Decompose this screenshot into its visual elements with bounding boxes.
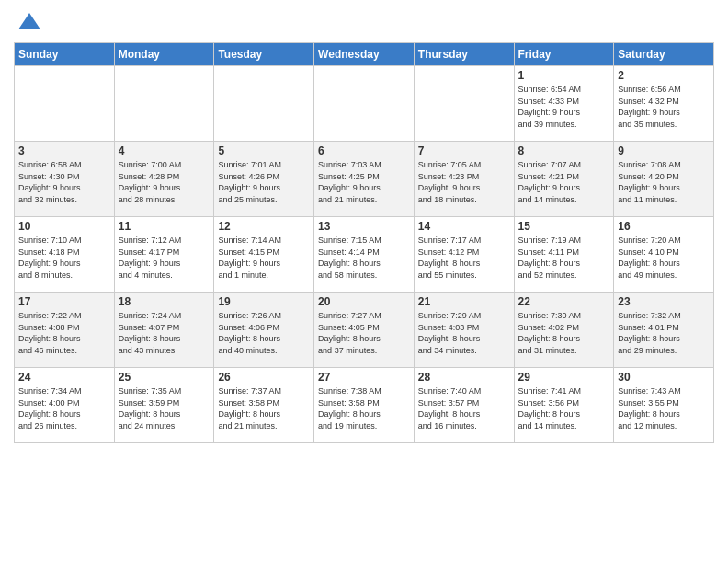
calendar-cell: 9Sunrise: 7:08 AM Sunset: 4:20 PM Daylig… — [614, 142, 714, 217]
calendar-header-monday: Monday — [114, 43, 214, 66]
calendar-cell — [414, 66, 514, 142]
day-info: Sunrise: 7:38 AM Sunset: 3:58 PM Dayligh… — [318, 385, 410, 431]
calendar-cell: 2Sunrise: 6:56 AM Sunset: 4:32 PM Daylig… — [614, 66, 714, 142]
calendar-cell: 12Sunrise: 7:14 AM Sunset: 4:15 PM Dayli… — [214, 217, 314, 293]
day-info: Sunrise: 7:00 AM Sunset: 4:28 PM Dayligh… — [119, 159, 210, 205]
day-number: 16 — [618, 220, 710, 233]
day-number: 25 — [119, 371, 210, 384]
calendar-cell — [314, 66, 415, 142]
calendar-cell: 10Sunrise: 7:10 AM Sunset: 4:18 PM Dayli… — [15, 217, 115, 293]
calendar-cell: 4Sunrise: 7:00 AM Sunset: 4:28 PM Daylig… — [114, 142, 214, 217]
calendar-cell — [114, 66, 214, 142]
day-info: Sunrise: 6:54 AM Sunset: 4:33 PM Dayligh… — [518, 84, 610, 130]
day-number: 27 — [318, 371, 410, 384]
calendar-cell: 30Sunrise: 7:43 AM Sunset: 3:55 PM Dayli… — [614, 368, 714, 443]
day-number: 22 — [518, 295, 610, 308]
calendar-cell — [214, 66, 314, 142]
day-info: Sunrise: 7:41 AM Sunset: 3:56 PM Dayligh… — [518, 385, 610, 431]
calendar-header-tuesday: Tuesday — [214, 43, 314, 66]
calendar-cell: 19Sunrise: 7:26 AM Sunset: 4:06 PM Dayli… — [214, 293, 314, 368]
day-info: Sunrise: 7:26 AM Sunset: 4:06 PM Dayligh… — [218, 310, 310, 356]
day-info: Sunrise: 7:27 AM Sunset: 4:05 PM Dayligh… — [318, 310, 410, 356]
day-info: Sunrise: 7:43 AM Sunset: 3:55 PM Dayligh… — [618, 385, 710, 431]
calendar-header-row: SundayMondayTuesdayWednesdayThursdayFrid… — [15, 43, 714, 66]
day-number: 23 — [618, 295, 710, 308]
day-number: 18 — [119, 295, 210, 308]
calendar-cell: 22Sunrise: 7:30 AM Sunset: 4:02 PM Dayli… — [514, 293, 614, 368]
day-info: Sunrise: 7:24 AM Sunset: 4:07 PM Dayligh… — [119, 310, 210, 356]
calendar-week-3: 10Sunrise: 7:10 AM Sunset: 4:18 PM Dayli… — [15, 217, 714, 293]
calendar-cell: 27Sunrise: 7:38 AM Sunset: 3:58 PM Dayli… — [314, 368, 415, 443]
day-number: 19 — [218, 295, 310, 308]
logo-icon — [17, 9, 42, 35]
day-info: Sunrise: 7:35 AM Sunset: 3:59 PM Dayligh… — [119, 385, 210, 431]
calendar-cell: 24Sunrise: 7:34 AM Sunset: 4:00 PM Dayli… — [15, 368, 115, 443]
day-info: Sunrise: 7:19 AM Sunset: 4:11 PM Dayligh… — [518, 235, 610, 281]
calendar-cell: 13Sunrise: 7:15 AM Sunset: 4:14 PM Dayli… — [314, 217, 415, 293]
day-info: Sunrise: 7:05 AM Sunset: 4:23 PM Dayligh… — [418, 159, 510, 205]
calendar-cell: 15Sunrise: 7:19 AM Sunset: 4:11 PM Dayli… — [514, 217, 614, 293]
day-info: Sunrise: 7:34 AM Sunset: 4:00 PM Dayligh… — [18, 385, 110, 431]
calendar-cell: 1Sunrise: 6:54 AM Sunset: 4:33 PM Daylig… — [514, 66, 614, 142]
day-info: Sunrise: 7:14 AM Sunset: 4:15 PM Dayligh… — [218, 235, 310, 281]
calendar-cell: 16Sunrise: 7:20 AM Sunset: 4:10 PM Dayli… — [614, 217, 714, 293]
day-info: Sunrise: 7:37 AM Sunset: 3:58 PM Dayligh… — [218, 385, 310, 431]
day-info: Sunrise: 7:03 AM Sunset: 4:25 PM Dayligh… — [318, 159, 410, 205]
day-number: 11 — [119, 220, 210, 233]
calendar-cell: 17Sunrise: 7:22 AM Sunset: 4:08 PM Dayli… — [15, 293, 115, 368]
day-number: 15 — [518, 220, 610, 233]
calendar-cell: 5Sunrise: 7:01 AM Sunset: 4:26 PM Daylig… — [214, 142, 314, 217]
day-number: 12 — [218, 220, 310, 233]
calendar-table: SundayMondayTuesdayWednesdayThursdayFrid… — [14, 42, 714, 443]
day-number: 3 — [18, 144, 110, 157]
logo — [14, 9, 42, 35]
calendar-header-friday: Friday — [514, 43, 614, 66]
day-info: Sunrise: 7:29 AM Sunset: 4:03 PM Dayligh… — [418, 310, 510, 356]
day-number: 7 — [418, 144, 510, 157]
calendar-cell — [15, 66, 115, 142]
day-info: Sunrise: 7:32 AM Sunset: 4:01 PM Dayligh… — [618, 310, 710, 356]
day-number: 30 — [618, 371, 710, 384]
day-info: Sunrise: 7:40 AM Sunset: 3:57 PM Dayligh… — [418, 385, 510, 431]
day-info: Sunrise: 7:15 AM Sunset: 4:14 PM Dayligh… — [318, 235, 410, 281]
day-number: 28 — [418, 371, 510, 384]
header — [14, 9, 714, 35]
calendar-body: 1Sunrise: 6:54 AM Sunset: 4:33 PM Daylig… — [15, 66, 714, 443]
calendar-cell: 3Sunrise: 6:58 AM Sunset: 4:30 PM Daylig… — [15, 142, 115, 217]
calendar-cell: 7Sunrise: 7:05 AM Sunset: 4:23 PM Daylig… — [414, 142, 514, 217]
day-info: Sunrise: 7:12 AM Sunset: 4:17 PM Dayligh… — [119, 235, 210, 281]
calendar-header-thursday: Thursday — [414, 43, 514, 66]
day-info: Sunrise: 7:30 AM Sunset: 4:02 PM Dayligh… — [518, 310, 610, 356]
calendar-header-wednesday: Wednesday — [314, 43, 415, 66]
day-number: 26 — [218, 371, 310, 384]
calendar-cell: 11Sunrise: 7:12 AM Sunset: 4:17 PM Dayli… — [114, 217, 214, 293]
day-number: 4 — [119, 144, 210, 157]
calendar-week-5: 24Sunrise: 7:34 AM Sunset: 4:00 PM Dayli… — [15, 368, 714, 443]
calendar-week-4: 17Sunrise: 7:22 AM Sunset: 4:08 PM Dayli… — [15, 293, 714, 368]
day-number: 10 — [18, 220, 110, 233]
day-info: Sunrise: 7:22 AM Sunset: 4:08 PM Dayligh… — [18, 310, 110, 356]
calendar-week-1: 1Sunrise: 6:54 AM Sunset: 4:33 PM Daylig… — [15, 66, 714, 142]
calendar-cell: 18Sunrise: 7:24 AM Sunset: 4:07 PM Dayli… — [114, 293, 214, 368]
calendar-cell: 21Sunrise: 7:29 AM Sunset: 4:03 PM Dayli… — [414, 293, 514, 368]
day-number: 8 — [518, 144, 610, 157]
calendar-cell: 23Sunrise: 7:32 AM Sunset: 4:01 PM Dayli… — [614, 293, 714, 368]
day-number: 1 — [518, 69, 610, 82]
svg-marker-0 — [18, 13, 40, 29]
day-info: Sunrise: 6:56 AM Sunset: 4:32 PM Dayligh… — [618, 84, 710, 130]
day-number: 17 — [18, 295, 110, 308]
calendar-cell: 14Sunrise: 7:17 AM Sunset: 4:12 PM Dayli… — [414, 217, 514, 293]
day-number: 6 — [318, 144, 410, 157]
calendar-cell: 8Sunrise: 7:07 AM Sunset: 4:21 PM Daylig… — [514, 142, 614, 217]
day-info: Sunrise: 7:10 AM Sunset: 4:18 PM Dayligh… — [18, 235, 110, 281]
day-info: Sunrise: 7:17 AM Sunset: 4:12 PM Dayligh… — [418, 235, 510, 281]
day-number: 21 — [418, 295, 510, 308]
day-info: Sunrise: 6:58 AM Sunset: 4:30 PM Dayligh… — [18, 159, 110, 205]
calendar-header-sunday: Sunday — [15, 43, 115, 66]
day-number: 29 — [518, 371, 610, 384]
calendar-cell: 6Sunrise: 7:03 AM Sunset: 4:25 PM Daylig… — [314, 142, 415, 217]
calendar-cell: 20Sunrise: 7:27 AM Sunset: 4:05 PM Dayli… — [314, 293, 415, 368]
day-number: 13 — [318, 220, 410, 233]
day-info: Sunrise: 7:01 AM Sunset: 4:26 PM Dayligh… — [218, 159, 310, 205]
day-info: Sunrise: 7:07 AM Sunset: 4:21 PM Dayligh… — [518, 159, 610, 205]
